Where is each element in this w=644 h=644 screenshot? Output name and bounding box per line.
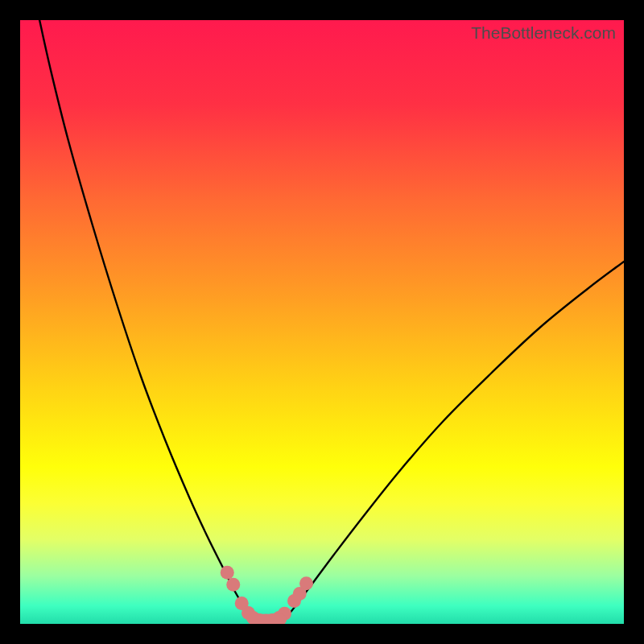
- chart-background: [20, 20, 624, 624]
- marker-bottom-markers: [221, 566, 234, 580]
- chart-svg: [20, 20, 624, 624]
- watermark-text: TheBottleneck.com: [471, 23, 616, 43]
- chart-plot-area: TheBottleneck.com: [20, 20, 624, 624]
- marker-bottom-markers: [299, 576, 313, 590]
- marker-bottom-markers: [226, 578, 240, 592]
- chart-frame: TheBottleneck.com: [0, 0, 644, 644]
